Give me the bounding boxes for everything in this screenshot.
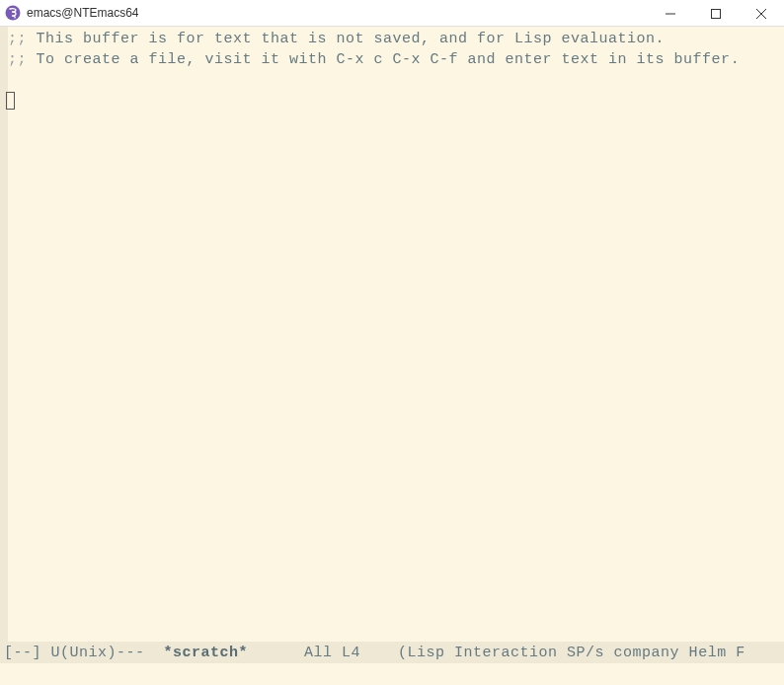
comment-text: To create a file, visit it with C-x c C-… [27, 51, 740, 68]
minimize-button[interactable] [648, 0, 693, 27]
svg-rect-2 [712, 9, 721, 18]
left-fringe [0, 27, 8, 642]
emacs-icon [5, 5, 21, 21]
close-button[interactable] [739, 0, 784, 27]
scratch-buffer[interactable]: ;; This buffer is for text that is not s… [8, 27, 784, 642]
modeline-position: All L4 [248, 645, 398, 661]
modeline-status: [--] U(Unix)--- [4, 645, 164, 661]
comment-delimiter: ;; [8, 51, 27, 68]
svg-point-0 [6, 6, 21, 21]
modeline-buffer-name: *scratch* [164, 645, 249, 661]
cursor [6, 92, 15, 110]
modeline-modes: (Lisp Interaction SP/s company Helm F [398, 645, 745, 661]
maximize-button[interactable] [693, 0, 739, 27]
comment-text: This buffer is for text that is not save… [27, 31, 665, 47]
titlebar: emacs@NTEmacs64 [0, 0, 784, 27]
window-title: emacs@NTEmacs64 [27, 6, 139, 20]
window-controls [648, 0, 784, 26]
modeline[interactable]: [--] U(Unix)--- *scratch* All L4 (Lisp I… [0, 642, 784, 663]
comment-delimiter: ;; [8, 31, 27, 47]
editor-area[interactable]: ;; This buffer is for text that is not s… [0, 27, 784, 642]
minibuffer[interactable] [0, 663, 784, 685]
